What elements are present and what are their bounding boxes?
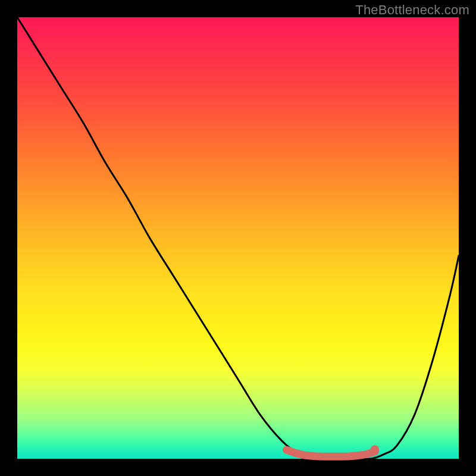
watermark-text: TheBottleneck.com xyxy=(355,2,469,18)
svg-point-0 xyxy=(371,445,379,453)
plot-area xyxy=(17,17,459,459)
main-curve xyxy=(17,17,459,459)
chart-frame: TheBottleneck.com xyxy=(0,0,476,476)
flat-region-markers xyxy=(287,445,379,456)
curve-layer xyxy=(17,17,459,459)
